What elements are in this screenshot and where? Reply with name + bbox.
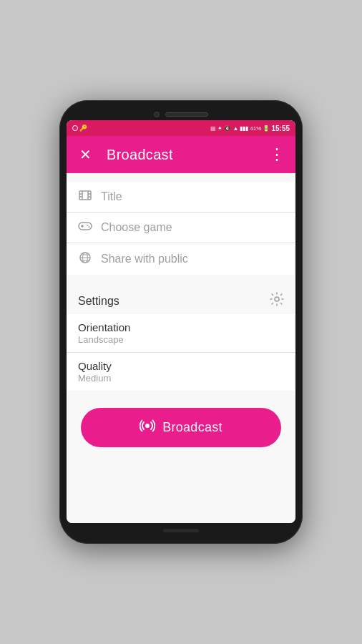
- phone-screen: 🔑 ▤ ✦ 🔇 ▲ ▮▮▮ 41% 🔋 15:55 ✕ Broadcast ⋮: [67, 120, 295, 523]
- svg-point-18: [145, 424, 150, 428]
- main-content: Title Choose game: [67, 173, 295, 523]
- broadcast-button-container: Broadcast: [67, 391, 295, 464]
- phone-camera: [154, 112, 160, 117]
- share-public-field[interactable]: Share with public: [67, 243, 295, 275]
- more-icon: ⋮: [269, 145, 285, 164]
- choose-game-field[interactable]: Choose game: [67, 213, 295, 243]
- broadcast-button[interactable]: Broadcast: [81, 408, 281, 447]
- phone-speaker: [165, 112, 208, 117]
- phone-top-notch: [67, 107, 295, 120]
- quality-setting[interactable]: Quality Medium: [67, 353, 295, 391]
- pause-icon: [72, 125, 78, 131]
- quality-title: Quality: [78, 360, 284, 372]
- phone-frame: 🔑 ▤ ✦ 🔇 ▲ ▮▮▮ 41% 🔋 15:55 ✕ Broadcast ⋮: [59, 100, 303, 544]
- broadcast-icon: [140, 418, 155, 437]
- status-time: 15:55: [271, 125, 290, 132]
- signal-bars-icon: ▮▮▮: [240, 125, 248, 132]
- signal-icon: ▤: [210, 125, 216, 132]
- status-bar-left-icons: 🔑: [72, 125, 87, 132]
- bluetooth-icon: ✦: [217, 125, 222, 132]
- svg-point-17: [275, 297, 279, 301]
- broadcast-button-label: Broadcast: [162, 420, 222, 435]
- gear-icon[interactable]: [270, 292, 284, 310]
- globe-icon: [78, 252, 92, 266]
- status-bar: 🔑 ▤ ✦ 🔇 ▲ ▮▮▮ 41% 🔋 15:55: [67, 120, 295, 136]
- gamepad-icon: [78, 221, 92, 234]
- form-section: Title Choose game: [67, 182, 295, 275]
- orientation-value: Landscape: [78, 334, 284, 345]
- phone-home-button: [163, 529, 199, 532]
- close-button[interactable]: ✕: [75, 145, 95, 165]
- quality-value: Medium: [78, 373, 284, 384]
- share-public-placeholder: Share with public: [101, 253, 188, 265]
- settings-section: Settings Orientation Landscape Qua: [67, 286, 295, 391]
- battery-icon: 🔋: [263, 125, 270, 132]
- settings-header: Settings: [67, 286, 295, 314]
- toolbar-title: Broadcast: [107, 147, 255, 163]
- status-bar-right-icons: ▤ ✦ 🔇 ▲ ▮▮▮ 41% 🔋 15:55: [210, 125, 290, 132]
- wifi-icon: ▲: [233, 125, 238, 132]
- mute-icon: 🔇: [224, 125, 231, 132]
- settings-items-list: Orientation Landscape Quality Medium: [67, 314, 295, 391]
- toolbar: ✕ Broadcast ⋮: [67, 136, 295, 173]
- svg-point-11: [89, 226, 90, 228]
- svg-rect-7: [79, 223, 92, 230]
- phone-bottom-bar: [67, 523, 295, 537]
- svg-rect-0: [79, 191, 91, 200]
- battery-text: 41%: [250, 125, 261, 132]
- title-field[interactable]: Title: [67, 182, 295, 213]
- orientation-title: Orientation: [78, 321, 284, 333]
- film-icon: [78, 190, 92, 203]
- key-icon: 🔑: [79, 125, 87, 132]
- title-placeholder: Title: [101, 190, 122, 203]
- more-options-button[interactable]: ⋮: [267, 145, 287, 165]
- orientation-setting[interactable]: Orientation Landscape: [67, 314, 295, 353]
- svg-point-10: [87, 225, 89, 226]
- settings-label: Settings: [78, 295, 119, 308]
- choose-game-placeholder: Choose game: [101, 221, 172, 234]
